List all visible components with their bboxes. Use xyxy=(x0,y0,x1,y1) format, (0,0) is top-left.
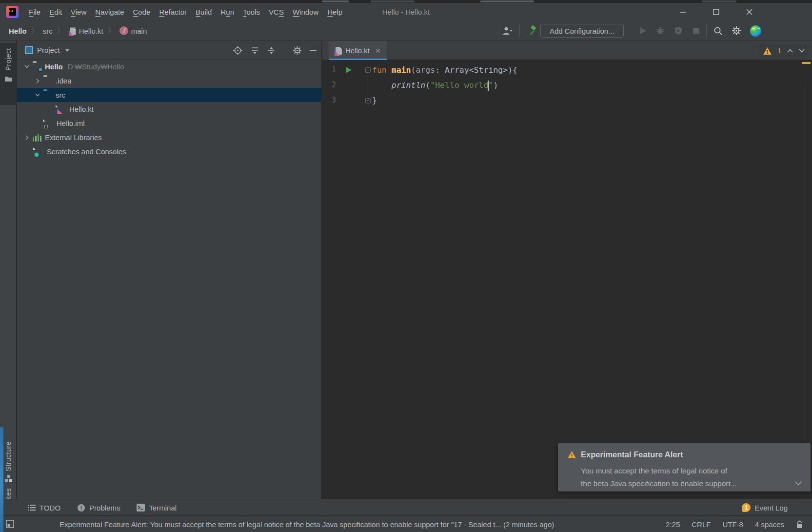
code-line-1: fun main(args: Array<String>){ xyxy=(372,62,517,78)
folder-icon xyxy=(43,77,52,85)
collapse-all-icon[interactable] xyxy=(267,46,276,55)
locate-file-icon[interactable] xyxy=(233,46,242,55)
menu-vcs[interactable]: VCS xyxy=(264,5,288,19)
breadcrumb-file[interactable]: Hello.kt xyxy=(69,27,103,35)
encoding-indicator[interactable]: UTF-8 xyxy=(722,520,743,529)
run-button-disabled[interactable] xyxy=(635,20,651,41)
menu-code[interactable]: Code xyxy=(129,5,155,19)
unlocked-padlock-icon[interactable] xyxy=(796,520,803,529)
minimize-button[interactable] xyxy=(666,3,699,20)
breadcrumb-function[interactable]: f main xyxy=(119,26,147,35)
warning-count: 1 xyxy=(777,47,781,55)
chevron-right-icon: 〉 xyxy=(57,26,64,36)
warning-stripe-mark[interactable] xyxy=(802,62,811,64)
background-window-fragment xyxy=(702,0,736,2)
tree-item-hello-iml[interactable]: Hello.iml xyxy=(17,116,321,130)
close-tab-icon[interactable]: ✕ xyxy=(375,47,381,55)
menu-window[interactable]: Window xyxy=(288,5,323,19)
source-folder-icon xyxy=(43,91,52,100)
project-panel-header: Project xyxy=(17,41,321,60)
tree-item-src[interactable]: src xyxy=(17,88,321,102)
search-everywhere-icon[interactable] xyxy=(710,20,726,41)
kotlin-file-icon xyxy=(70,27,76,35)
code-editor[interactable]: 1 2 3 fun main(args: Array<String>){ pri… xyxy=(322,61,812,499)
expand-all-icon[interactable] xyxy=(251,46,259,55)
problems-icon xyxy=(77,504,85,512)
tree-item-idea[interactable]: .idea xyxy=(17,74,321,88)
structure-icon xyxy=(5,475,12,482)
tree-item-scratches[interactable]: Scratches and Consoles xyxy=(17,144,321,159)
menu-file[interactable]: File xyxy=(24,5,45,19)
menu-tools[interactable]: Tools xyxy=(238,5,264,19)
event-log-button[interactable]: 1 Event Log xyxy=(742,499,788,516)
toolbar-right: Add Configuration... xyxy=(494,20,812,41)
menu-refactor[interactable]: Refactor xyxy=(155,5,191,19)
line-number: 2 xyxy=(322,78,336,93)
build-hammer-icon[interactable] xyxy=(524,20,540,41)
todo-list-icon xyxy=(28,504,36,511)
stop-button-disabled[interactable] xyxy=(688,20,704,41)
main-toolbar: Hello 〉 src 〉 Hello.kt 〉 f main Add Conf… xyxy=(0,20,812,41)
notification-balloon[interactable]: Experimental Feature Alert You must acce… xyxy=(558,443,811,491)
chevron-expanded-icon[interactable] xyxy=(34,93,41,97)
maximize-button[interactable] xyxy=(699,3,733,20)
tool-window-terminal[interactable]: Terminal xyxy=(137,504,177,512)
tree-item-hello-kt[interactable]: Hello.kt xyxy=(17,102,321,116)
line-ending-indicator[interactable]: CRLF xyxy=(692,520,711,529)
menu-build[interactable]: Build xyxy=(191,5,216,19)
chevron-down-icon[interactable] xyxy=(65,49,70,52)
tool-window-bar: TODO Problems Terminal 1 Event Log xyxy=(0,499,812,515)
kotlin-file-icon xyxy=(336,47,342,55)
menu-help[interactable]: Help xyxy=(323,5,347,19)
toolbar-divider xyxy=(519,24,520,37)
panel-settings-gear-icon[interactable] xyxy=(293,46,302,55)
fold-end-icon[interactable] xyxy=(365,98,371,103)
tool-window-problems[interactable]: Problems xyxy=(77,504,120,512)
scrollbar-track[interactable] xyxy=(806,80,806,499)
caret-position[interactable]: 2:25 xyxy=(666,520,680,529)
notification-body: You must accept the terms of legal notic… xyxy=(581,465,737,490)
close-button[interactable] xyxy=(733,3,766,20)
project-folder-icon xyxy=(33,62,41,71)
colorful-sphere-icon[interactable] xyxy=(747,20,764,41)
run-configuration-select[interactable]: Add Configuration... xyxy=(540,20,624,41)
tab-hello-kt[interactable]: Hello.kt ✕ xyxy=(329,41,387,60)
menu-edit[interactable]: Edit xyxy=(45,5,66,19)
tool-window-todo[interactable]: TODO xyxy=(28,504,60,512)
fold-start-icon[interactable] xyxy=(365,67,371,73)
background-window-fragment xyxy=(322,0,349,2)
user-profile-button[interactable] xyxy=(497,20,517,41)
add-configuration-button[interactable]: Add Configuration... xyxy=(540,24,624,38)
tree-item-external-libraries[interactable]: External Libraries xyxy=(17,130,321,144)
chevron-collapsed-icon[interactable] xyxy=(23,135,31,140)
panel-divider xyxy=(284,45,284,56)
toolbar-divider xyxy=(706,24,707,37)
settings-gear-icon[interactable] xyxy=(728,20,745,41)
inspections-widget[interactable]: 1 xyxy=(759,44,809,57)
breadcrumb-project[interactable]: Hello xyxy=(9,27,27,35)
menu-view[interactable]: View xyxy=(66,5,91,19)
expand-notification-chevron-icon[interactable] xyxy=(795,481,802,486)
run-with-coverage-icon[interactable] xyxy=(671,20,686,41)
window-controls xyxy=(666,3,766,20)
project-path: D:₩Study₩Hello xyxy=(68,62,124,71)
tool-strip-project[interactable]: Project xyxy=(0,43,17,105)
tree-item-hello-root[interactable]: Hello D:₩Study₩Hello xyxy=(17,60,321,74)
previous-problem-chevron-up-icon[interactable] xyxy=(787,49,793,53)
menu-navigate[interactable]: Navigate xyxy=(91,5,128,19)
indent-indicator[interactable]: 4 spaces xyxy=(755,520,784,529)
line-number: 1 xyxy=(322,62,336,78)
tool-window-switcher-icon[interactable] xyxy=(6,520,15,529)
breadcrumb-src[interactable]: src xyxy=(43,27,53,35)
debug-bug-icon[interactable] xyxy=(653,20,668,41)
libraries-icon xyxy=(33,133,41,142)
menu-run[interactable]: Run xyxy=(216,5,238,19)
menu-bar: File Edit View Navigate Code Refactor Bu… xyxy=(24,5,347,19)
hide-panel-minus-icon[interactable] xyxy=(310,47,317,54)
project-panel-title[interactable]: Project xyxy=(37,46,60,54)
status-message[interactable]: Experimental Feature Alert: You must acc… xyxy=(59,516,554,532)
chevron-expanded-icon[interactable] xyxy=(23,65,31,68)
chevron-collapsed-icon[interactable] xyxy=(34,79,41,83)
next-problem-chevron-down-icon[interactable] xyxy=(799,49,805,53)
run-line-icon[interactable] xyxy=(345,66,352,74)
